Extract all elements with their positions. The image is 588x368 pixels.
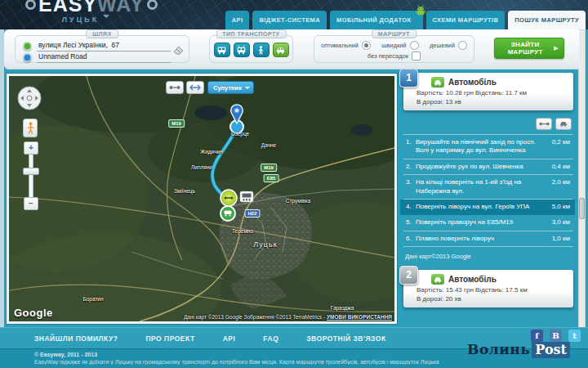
zoom-slider-track[interactable] (29, 154, 33, 198)
footer-link[interactable]: ЗВОРОТНІЙ ЗВ'ЯЗОК (306, 334, 385, 343)
clear-route-icon[interactable] (173, 45, 184, 57)
car-icon[interactable] (273, 43, 289, 57)
route-duration: В дорозі: 20 хв (416, 295, 567, 303)
path-group: ШЛЯХ (15, 35, 189, 63)
header-tabs: API ВІДЖЕТ-СИСТЕМА МОБІЛЬНИЙ ДОДАТОК СХЕ… (225, 11, 586, 29)
footer-link[interactable]: FAQ (263, 334, 278, 343)
route-option[interactable]: швидкий (381, 41, 418, 50)
google-logo: Google (14, 307, 53, 319)
zoom-in-button[interactable]: + (24, 141, 38, 155)
header-tab[interactable]: МОБІЛЬНИЙ ДОДАТОК (330, 11, 423, 29)
scrollbar-thumb[interactable] (579, 198, 585, 219)
route-group-label: МАРШРУТ (372, 29, 416, 38)
to-row (23, 52, 171, 63)
route-card-2[interactable]: 2 Автомобіль Вартість: 15.43 грн Відстан… (403, 270, 573, 307)
route-step[interactable]: 2. Продовжуйте рух по вул. Шевченка 0,4 … (403, 159, 573, 175)
steps-attribution: Дані карт©2013 Google (405, 253, 575, 260)
bus-icon[interactable] (214, 43, 230, 57)
path-group-label: ШЛЯХ (86, 29, 118, 38)
map-canvas[interactable]: ОзерцеЖидичинДачнеЛипляниЗміїнецьСтрумів… (9, 76, 394, 321)
android-icon (416, 5, 425, 24)
route-duration: В дорозі: 13 хв (416, 98, 567, 105)
route-mode-label: Автомобіль (448, 78, 497, 87)
station-icon[interactable] (238, 188, 255, 204)
satellite-imagery (9, 76, 394, 321)
route-car-toggle-icon[interactable] (555, 118, 572, 130)
easyway-logo: EASYWAY (23, 0, 149, 16)
from-row (23, 40, 171, 52)
route-step[interactable]: 1. Вирушайте на північний захід по просп… (403, 135, 573, 159)
radio-icon[interactable] (410, 41, 419, 50)
header-tab[interactable]: API (225, 11, 250, 29)
street-view-pegman-icon[interactable] (23, 119, 38, 137)
route-step[interactable]: 3. На кільці поверніть на 1-ий з'їзд на … (403, 175, 573, 200)
start-pin-marker[interactable] (229, 105, 245, 122)
route-cost: Вартість: 15.43 грн Відстань: 17.5 км (416, 286, 567, 294)
wheel-icon (25, 0, 36, 10)
route-steps-list: 1. Вирушайте на північний захід по просп… (403, 134, 573, 247)
transport-group-label: ТИП ТРАНСПОРТУ (216, 29, 286, 38)
header-tab[interactable]: СХЕМИ МАРШРУТІВ (426, 11, 506, 29)
end-marker[interactable] (220, 205, 236, 222)
route-cost: Вартість: 10.28 грн Відстань: 11.7 км (416, 89, 567, 96)
waypoint-marker[interactable] (220, 190, 237, 206)
zoom-slider-handle[interactable] (23, 168, 39, 175)
volynpost-logo[interactable]: ВолиньPost (467, 341, 570, 357)
road-number-badge: Е85 (264, 174, 279, 182)
route-number-badge: 1 (399, 69, 418, 88)
page-scrollbar[interactable] (578, 29, 586, 368)
from-marker-icon (23, 42, 32, 51)
route-number-badge: 2 (399, 266, 418, 285)
route-step[interactable]: 4. Поверніть ліворуч на вул. Героїв УПА … (400, 200, 575, 215)
to-marker-icon (23, 53, 32, 62)
route-option[interactable]: дешевий (430, 41, 467, 50)
route-options-group: МАРШРУТ оптимальний швидкий дешевий без … (314, 35, 474, 63)
no-transfers-checkbox[interactable] (412, 52, 421, 61)
header-tab[interactable]: ВІДЖЕТ-СИСТЕМА (252, 11, 327, 29)
zoom-out-button[interactable]: − (24, 197, 38, 210)
route-card-1[interactable]: 1 Автомобіль Вартість: 10.28 грн Відстан… (403, 73, 573, 110)
search-bar: ШЛЯХ ТИП ТРАНСПОРТУ (4, 29, 579, 70)
route-segments-toggle-icon[interactable] (536, 118, 552, 130)
pedestrian-icon[interactable] (253, 43, 270, 57)
radio-icon[interactable] (362, 41, 371, 50)
terms-of-use-link[interactable]: УМОВИ ВИКОРИСТАННЯ (327, 314, 392, 320)
car-icon (431, 77, 444, 88)
social-icon[interactable]: f (531, 330, 543, 342)
routes-panel: 1 Автомобіль Вартість: 10.28 грн Відстан… (400, 71, 575, 307)
social-icon[interactable]: B (550, 330, 562, 342)
social-icons: f B t (531, 330, 581, 342)
copyright: © Easyway, 2011 - 2013 (34, 352, 97, 357)
easyway-app: EASYWAY ЛУЦЬК API ВІДЖЕТ-СИСТЕМА МОБІЛЬН… (0, 0, 588, 368)
header: EASYWAY ЛУЦЬК API ВІДЖЕТ-СИСТЕМА МОБІЛЬН… (0, 0, 588, 29)
road-number-badge: Н22 (244, 209, 260, 218)
car-icon (431, 274, 444, 285)
route-step[interactable]: 5. Поверніть праворуч на Е85/М19 3,0 км (403, 215, 573, 231)
site-description: EasyWay підкаже як доїхати у Луцьку на г… (34, 359, 492, 365)
trolleybus-icon[interactable] (234, 43, 250, 57)
map[interactable]: ОзерцеЖидичинДачнеЛипляниЗміїнецьСтрумів… (7, 74, 397, 324)
header-tab[interactable]: ПОШУК МАРШРУТУ (508, 11, 586, 29)
route-mode-label: Автомобіль (448, 275, 497, 284)
page-edge (0, 29, 4, 327)
map-type-satellite-button[interactable]: Супутник (207, 81, 254, 94)
footer-link[interactable]: ЗНАЙШЛИ ПОМИЛКУ? (34, 334, 118, 343)
map-pan-control[interactable] (17, 86, 42, 114)
from-input[interactable] (37, 40, 171, 52)
wheel-icon (147, 0, 158, 10)
to-input[interactable] (37, 52, 171, 63)
social-icon[interactable]: t (568, 330, 581, 342)
swap-direction-button[interactable] (186, 81, 204, 94)
no-transfers-label: без пересадок (368, 52, 408, 60)
route-step[interactable]: 6. Плавно поверніть ліворуч 1,0 км (403, 231, 573, 247)
footer-link[interactable]: API (223, 334, 236, 343)
route-option[interactable]: оптимальний (321, 41, 371, 50)
city-selector[interactable]: ЛУЦЬК (23, 15, 149, 24)
road-number-badge: М19 (168, 119, 185, 128)
find-route-button[interactable]: ЗНАЙТИ МАРШРУТ ▶ (494, 38, 564, 59)
route-endpoints-button[interactable] (166, 81, 184, 94)
radio-icon[interactable] (458, 41, 467, 50)
footer-link[interactable]: ПРО ПРОЕКТ (145, 334, 194, 343)
arrow-right-icon: ▶ (554, 45, 559, 52)
transport-type-group: ТИП ТРАНСПОРТУ (209, 35, 293, 63)
